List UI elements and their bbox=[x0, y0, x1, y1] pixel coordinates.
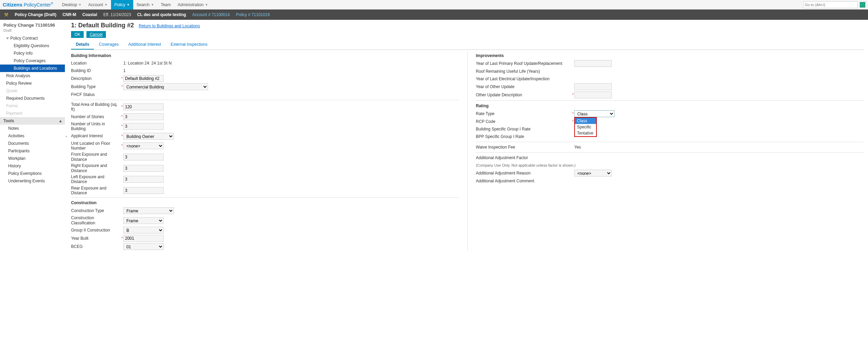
caret-icon: ▼ bbox=[79, 3, 82, 6]
brand-logo: Citizens bbox=[3, 2, 23, 8]
page-title: 1: Default Building #2 bbox=[71, 22, 134, 29]
sidebar-item-risk[interactable]: Risk Analysis bbox=[0, 72, 65, 80]
right-exp-input[interactable] bbox=[123, 165, 164, 172]
context-eff: Eff. 11/24/2023 bbox=[103, 12, 131, 17]
other-desc-input[interactable] bbox=[574, 92, 612, 98]
units-input[interactable] bbox=[123, 123, 164, 130]
building-type-select[interactable]: Commercial Building bbox=[123, 83, 208, 90]
context-title: Policy Change (Draft) bbox=[15, 12, 56, 17]
section-rating: Rating bbox=[476, 102, 864, 110]
units-label: Number of Units in Building bbox=[71, 122, 121, 131]
tab-additional-interest[interactable]: Additional Interest bbox=[123, 40, 166, 50]
description-input[interactable] bbox=[123, 75, 164, 82]
section-building-info: Building Information bbox=[71, 52, 459, 59]
context-cnrm: CNR-M bbox=[63, 12, 76, 17]
content-area: 1: Default Building #2 Return to Buildin… bbox=[67, 20, 868, 253]
column-divider bbox=[467, 52, 468, 251]
section-construction: Construction bbox=[71, 199, 459, 207]
bpp-label: BPP Specific Group I Rate bbox=[476, 134, 571, 139]
ok-button[interactable]: OK bbox=[71, 31, 84, 38]
left-exp-input[interactable] bbox=[123, 176, 164, 183]
rate-type-label: Rate Type bbox=[476, 111, 571, 116]
sidebar-item-eligibility[interactable]: Eligibility Questions bbox=[0, 42, 65, 50]
menu-account[interactable]: Account▼ bbox=[85, 0, 111, 10]
tools-header[interactable]: Tools▴ bbox=[0, 117, 65, 125]
building-type-label: Building Type bbox=[71, 84, 121, 89]
adj-comment-label: Additional Adjustment Comment bbox=[476, 179, 571, 183]
front-exp-input[interactable] bbox=[123, 154, 164, 160]
other-year-label: Year of Other Update bbox=[476, 84, 571, 89]
save-icon[interactable] bbox=[860, 2, 865, 8]
rear-exp-input[interactable] bbox=[123, 187, 164, 194]
tools-workplan[interactable]: Workplan bbox=[0, 155, 65, 162]
left-exp-label: Left Exposure and Distance bbox=[71, 174, 121, 184]
rate-type-dropdown: Class Specific Tentative bbox=[574, 117, 597, 137]
right-exp-label: Right Exposure and Distance bbox=[71, 163, 121, 173]
sidebar-item-buildings[interactable]: Buildings and Locations bbox=[0, 65, 65, 72]
total-area-input[interactable] bbox=[123, 103, 164, 110]
rcp-label: RCP Code bbox=[476, 119, 571, 124]
caret-icon: ▼ bbox=[205, 3, 208, 6]
return-link[interactable]: Return to Buildings and Locations bbox=[139, 24, 200, 28]
splitter-grip-icon: ◂ bbox=[65, 135, 67, 138]
other-desc-label: Other Update Description bbox=[476, 93, 571, 97]
cancel-button[interactable]: Cancel bbox=[86, 31, 106, 38]
bceg-label: BCEG bbox=[71, 244, 121, 249]
sidebar-item-required-docs[interactable]: Required Documents bbox=[0, 95, 65, 102]
sidebar-item-payment: Payment bbox=[0, 110, 65, 117]
location-label: Location bbox=[71, 61, 121, 66]
rate-type-option-class[interactable]: Class bbox=[575, 118, 596, 124]
roof-year-input[interactable] bbox=[574, 60, 612, 67]
menu-team[interactable]: Team bbox=[157, 0, 174, 10]
rate-type-select[interactable]: Class bbox=[574, 110, 615, 117]
account-link[interactable]: Account # 71100014 bbox=[192, 12, 230, 17]
sidebar-item-forms: Forms bbox=[0, 102, 65, 110]
hammer-icon: ⚒ bbox=[4, 12, 9, 17]
total-area-label: Total Area of Building (sq. ft) bbox=[71, 102, 121, 112]
rate-type-option-specific[interactable]: Specific bbox=[575, 124, 596, 130]
year-built-label: Year Built bbox=[71, 236, 121, 241]
sidebar-item-review[interactable]: Policy Review bbox=[0, 80, 65, 87]
const-class-label: Construction Classification bbox=[71, 215, 121, 225]
sidebar-title: Policy Change 71100196 bbox=[0, 20, 65, 28]
tab-coverages[interactable]: Coverages bbox=[94, 40, 123, 50]
tools-documents[interactable]: Documents bbox=[0, 140, 65, 147]
const-class-select[interactable]: Frame bbox=[123, 217, 164, 224]
context-coastal: Coastal bbox=[82, 12, 97, 17]
tools-exemptions[interactable]: Policy Exemptions bbox=[0, 170, 65, 177]
group2-select[interactable]: B bbox=[123, 227, 164, 234]
roof-life-label: Roof Remaining Useful Life (Years) bbox=[476, 69, 571, 74]
tools-activities[interactable]: Activities bbox=[0, 132, 65, 140]
tab-details[interactable]: Details bbox=[71, 40, 94, 50]
tools-participants[interactable]: Participants bbox=[0, 147, 65, 155]
menu-desktop[interactable]: Desktop▼ bbox=[59, 0, 85, 10]
other-year-input[interactable] bbox=[574, 83, 612, 90]
bsg-label: Building Specific Group I Rate bbox=[476, 127, 571, 131]
tab-external-inspections[interactable]: External Inspections bbox=[166, 40, 212, 50]
stories-input[interactable] bbox=[123, 113, 164, 120]
adj-factor-note: (Company Use Only. Not applicable unless… bbox=[476, 163, 576, 167]
front-exp-label: Front Exposure and Distance bbox=[71, 152, 121, 162]
sidebar-item-policy-coverages[interactable]: Policy Coverages bbox=[0, 57, 65, 65]
bceg-select[interactable]: 01 bbox=[123, 243, 164, 250]
menu-policy[interactable]: Policy▼ bbox=[111, 0, 133, 10]
tools-history[interactable]: History bbox=[0, 162, 65, 170]
sidebar-item-policy-contract[interactable]: Policy Contract bbox=[0, 34, 65, 42]
sidebar-item-policy-info[interactable]: Policy Info bbox=[0, 50, 65, 57]
rate-type-field: Class Class Specific Tentative bbox=[574, 110, 615, 117]
const-type-select[interactable]: Frame bbox=[123, 207, 174, 214]
policy-link[interactable]: Policy # 71101019 bbox=[236, 12, 270, 17]
menu-search[interactable]: Search▼ bbox=[133, 0, 157, 10]
menu-administration[interactable]: Administration▼ bbox=[174, 0, 211, 10]
adj-reason-select[interactable]: <none> bbox=[574, 170, 612, 177]
tools-uw-events[interactable]: Underwriting Events bbox=[0, 177, 65, 185]
tools-notes[interactable]: Notes bbox=[0, 125, 65, 132]
applicant-select[interactable]: Building Owner bbox=[123, 133, 174, 140]
unit-floor-select[interactable]: <none> bbox=[123, 142, 164, 149]
left-column: Building Information Location1: Location… bbox=[71, 52, 459, 251]
goto-input[interactable] bbox=[803, 1, 858, 8]
adj-factor-label: Additional Adjustment Factor bbox=[476, 155, 529, 160]
sidebar: Policy Change 71100196 Draft Policy Cont… bbox=[0, 20, 65, 253]
year-built-input[interactable] bbox=[123, 235, 164, 242]
rate-type-option-tentative[interactable]: Tentative bbox=[575, 130, 596, 136]
